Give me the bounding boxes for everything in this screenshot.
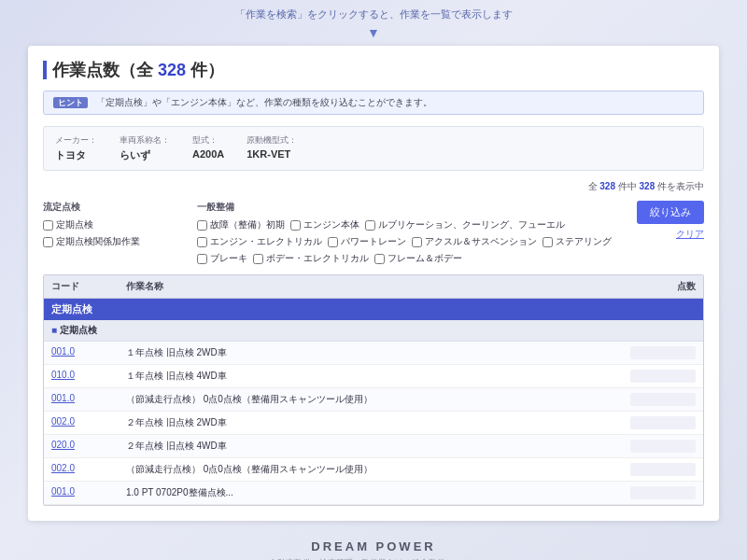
filter-teiki: 流定点検 定期点検 定期点検関係加作業 xyxy=(43,201,186,248)
col-points: 点数 xyxy=(630,280,696,293)
table-header: コード 作業名称 点数 xyxy=(44,275,703,299)
teiki-checkbox[interactable] xyxy=(43,220,53,231)
filter-general: 一般整備 故障（整備）初期 エンジン本体 ルブリケーション、クーリング、フューエ… xyxy=(197,201,626,265)
group-header-teiki: 定期点検 xyxy=(44,299,703,320)
row-name: １年点検 旧点検 2WD車 xyxy=(126,346,630,359)
g3-checkbox[interactable] xyxy=(365,220,375,231)
title-bar xyxy=(43,61,47,79)
filter-g9[interactable]: ボデー・エレクトリカル xyxy=(253,252,369,265)
col-code: コード xyxy=(51,280,126,293)
row-code[interactable]: 010.0 xyxy=(51,370,126,383)
filter-g4[interactable]: エンジン・エレクトリカル xyxy=(197,235,322,248)
filter-teiki2-check[interactable]: 定期点検関係加作業 xyxy=(43,235,186,248)
teiki2-checkbox[interactable] xyxy=(43,237,53,247)
car-info-name: 車両系称名： らいず xyxy=(120,134,170,162)
table-row: 002.0 （節減走行点検） 0点0点検（整備用スキャンツール使用） xyxy=(44,458,703,482)
row-points xyxy=(630,486,696,499)
row-name: １年点検 旧点検 4WD車 xyxy=(126,370,630,383)
topbar-hint: 「作業を検索」をクリックすると、作業を一覧で表示します xyxy=(235,8,513,20)
brand-name: DREAM POWER xyxy=(0,539,747,553)
filter-g7[interactable]: ステアリング xyxy=(543,235,612,248)
row-points xyxy=(630,393,696,406)
filter-general-rows: 故障（整備）初期 エンジン本体 ルブリケーション、クーリング、フューエル エンジ… xyxy=(197,218,626,265)
row-points xyxy=(630,463,696,476)
g8-checkbox[interactable] xyxy=(197,254,207,264)
hint-text: 「定期点検」や「エンジン本体」など、作業の種類を絞り込むことができます。 xyxy=(96,97,432,107)
table-row: 010.0 １年点検 旧点検 4WD車 xyxy=(44,365,703,388)
row-code[interactable]: 001.0 xyxy=(51,393,126,406)
table-row: 001.0 1.0 PT 0702P0整備点検... xyxy=(44,482,703,505)
row-name: ２年点検 旧点検 2WD車 xyxy=(126,416,630,429)
engine-label: 原動機型式： xyxy=(247,134,297,147)
car-info-type: 型式： A200A xyxy=(192,134,224,162)
row-name: ２年点検 旧点検 4WD車 xyxy=(126,440,630,453)
maker-value: トヨタ xyxy=(55,149,86,161)
filter-g5[interactable]: パワートレーン xyxy=(328,235,406,248)
filter-row-2: エンジン・エレクトリカル パワートレーン アクスル＆サスペンション ステアリング xyxy=(197,235,626,248)
row-code[interactable]: 002.0 xyxy=(51,463,126,476)
g4-checkbox[interactable] xyxy=(197,237,207,247)
filter-g2[interactable]: エンジン本体 xyxy=(290,218,359,231)
g5-checkbox[interactable] xyxy=(328,237,338,247)
name-value: らいず xyxy=(120,149,150,161)
filter-g10[interactable]: フレーム＆ボデー xyxy=(374,252,462,265)
g2-checkbox[interactable] xyxy=(290,220,301,231)
row-code[interactable]: 020.0 xyxy=(51,440,126,453)
table-row: 002.0 ２年点検 旧点検 2WD車 xyxy=(44,412,703,435)
row-code[interactable]: 001.0 xyxy=(51,486,126,499)
filter-left-checks: 定期点検 定期点検関係加作業 xyxy=(43,218,186,248)
footer: DREAM POWER 自動車整備、検査管理、整備業向けの総合整備システム xyxy=(0,539,747,560)
filter-row-3: ブレーキ ボデー・エレクトリカル フレーム＆ボデー xyxy=(197,252,626,265)
car-info-engine: 原動機型式： 1KR-VET xyxy=(247,134,297,162)
filter-g1[interactable]: 故障（整備）初期 xyxy=(197,218,285,231)
g7-checkbox[interactable] xyxy=(543,237,553,247)
filter-teiki-check[interactable]: 定期点検 xyxy=(43,218,186,231)
filter-button[interactable]: 絞り込み xyxy=(637,201,704,224)
engine-value: 1KR-VET xyxy=(247,148,290,160)
arrow-down-icon: ▼ xyxy=(0,25,747,40)
filter-g8[interactable]: ブレーキ xyxy=(197,252,247,265)
row-points xyxy=(630,440,696,453)
row-code[interactable]: 002.0 xyxy=(51,416,126,429)
main-container: 作業点数（全 328 件） ヒント 「定期点検」や「エンジン本体」など、作業の種… xyxy=(28,46,719,521)
hint-box: ヒント 「定期点検」や「エンジン本体」など、作業の種類を絞り込むことができます。 xyxy=(43,91,704,115)
table-row: 020.0 ２年点検 旧点検 4WD車 xyxy=(44,435,703,458)
g6-checkbox[interactable] xyxy=(412,237,422,247)
car-info: メーカー： トヨタ 車両系称名： らいず 型式： A200A 原動機型式： 1K… xyxy=(43,126,704,171)
filter-row-1: 故障（整備）初期 エンジン本体 ルブリケーション、クーリング、フューエル xyxy=(197,218,626,231)
filter-g6[interactable]: アクスル＆サスペンション xyxy=(412,235,537,248)
type-value: A200A xyxy=(192,148,224,160)
g9-checkbox[interactable] xyxy=(253,254,263,264)
filter-left-title: 流定点検 xyxy=(43,201,186,214)
row-points xyxy=(630,346,696,359)
row-points xyxy=(630,416,696,429)
g1-checkbox[interactable] xyxy=(197,220,207,231)
type-label: 型式： xyxy=(192,134,224,147)
section-title: 作業点数（全 328 件） xyxy=(43,59,704,81)
clear-button[interactable]: クリア xyxy=(676,228,704,241)
maker-label: メーカー： xyxy=(55,134,97,147)
row-name: （節減走行点検） 0点0点検（整備用スキャンツール使用） xyxy=(126,463,630,476)
row-points xyxy=(630,370,696,383)
result-count: 全 328 件中 328 件を表示中 xyxy=(43,180,704,193)
sub-group-header-teiki: 定期点検 xyxy=(44,320,703,342)
filter-right-title: 一般整備 xyxy=(197,201,626,214)
row-name: （節減走行点検） 0点0点検（整備用スキャンツール使用） xyxy=(126,393,630,406)
hint-label: ヒント xyxy=(53,97,88,108)
filter-actions: 絞り込み クリア xyxy=(637,201,704,241)
g10-checkbox[interactable] xyxy=(374,254,385,264)
row-name: 1.0 PT 0702P0整備点検... xyxy=(126,486,630,499)
title-text: 作業点数（全 328 件） xyxy=(52,59,224,81)
table-container: コード 作業名称 点数 定期点検 定期点検 001.0 １年点検 旧点検 2WD… xyxy=(43,274,704,506)
car-info-maker: メーカー： トヨタ xyxy=(55,134,97,162)
row-code[interactable]: 001.0 xyxy=(51,346,126,359)
name-label: 車両系称名： xyxy=(120,134,170,147)
col-name: 作業名称 xyxy=(126,280,630,293)
filter-g3[interactable]: ルブリケーション、クーリング、フューエル xyxy=(365,218,565,231)
table-row: 001.0 （節減走行点検） 0点0点検（整備用スキャンツール使用） xyxy=(44,388,703,412)
filter-row: 流定点検 定期点検 定期点検関係加作業 一般整備 故障（整備）初期 エンジン本体… xyxy=(43,201,704,265)
table-row: 001.0 １年点検 旧点検 2WD車 xyxy=(44,342,703,365)
